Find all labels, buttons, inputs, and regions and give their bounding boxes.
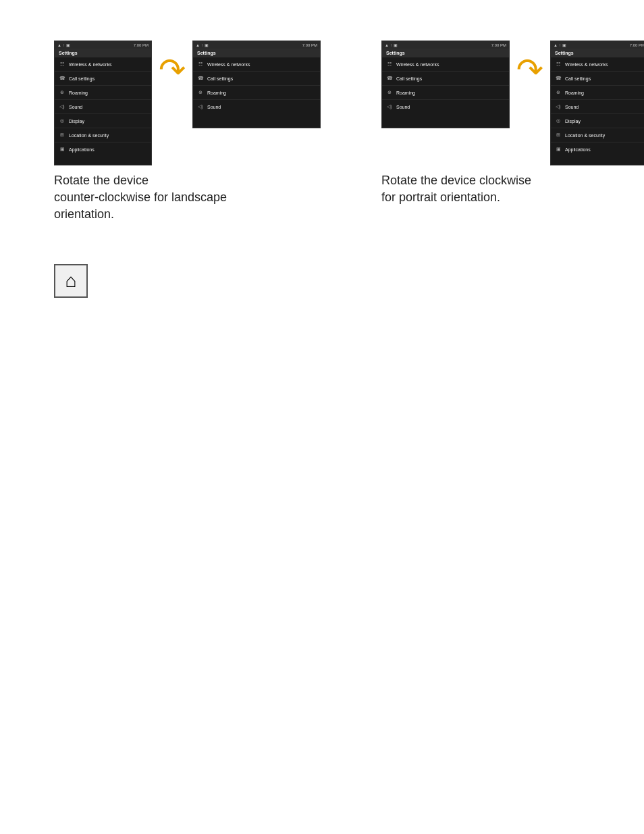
right-portrait-status-icons: ▲ ↑ ▣ <box>554 43 566 47</box>
call-icon-rp: ☎ <box>555 75 562 82</box>
left-landscape-item-roaming: ⊕ Roaming <box>193 86 320 100</box>
sound-icon-left-p: ◁) <box>59 103 65 110</box>
roaming-icon-rp: ⊕ <box>555 89 562 96</box>
right-portrait-title: Settings <box>551 49 644 57</box>
left-landscape-item-sound: ◁) Sound <box>193 100 320 113</box>
wireless-label-ll: Wireless & networks <box>207 62 250 67</box>
right-landscape-item-sound: ◁) Sound <box>382 100 509 113</box>
roaming-icon-rl: ⊕ <box>386 89 393 96</box>
display-label-rp: Display <box>565 119 581 124</box>
left-landscape-item-call: ☎ Call settings <box>193 72 320 86</box>
security-label-rp: Location & security <box>565 133 605 138</box>
home-icon-box: ⌂ <box>54 264 88 298</box>
display-label: Display <box>69 119 84 124</box>
right-landscape-item-call: ☎ Call settings <box>382 72 509 86</box>
apps-label-rp: Applications <box>565 147 591 152</box>
right-portrait-screen: ▲ ↑ ▣ 7:00 PM Settings ☷ Wireless & netw… <box>550 41 644 165</box>
right-portrait-item-call: ☎ Call settings <box>551 72 644 86</box>
sound-icon-ll: ◁) <box>197 103 204 110</box>
roaming-icon-ll: ⊕ <box>197 89 204 96</box>
left-screens-row: ▲ ↑ ▣ 7:00 PM Settings ☷ Wireless & netw… <box>54 41 321 165</box>
right-portrait-time: 7:00 PM <box>630 43 644 47</box>
left-portrait-time: 7:00 PM <box>134 43 149 47</box>
right-screens-row: ▲ ↑ ▣ 7:00 PM Settings ☷ Wireless & netw… <box>381 41 644 165</box>
battery-icon-ll: ▣ <box>205 43 209 47</box>
sound-icon-rl: ◁) <box>386 103 393 110</box>
sound-icon-rp: ◁) <box>555 103 562 110</box>
left-portrait-status-icons: ▲ ↑ ▣ <box>57 43 70 47</box>
right-portrait-item-sound: ◁) Sound <box>551 100 644 114</box>
right-landscape-statusbar: ▲ ↑ ▣ 7:00 PM <box>382 41 509 49</box>
sound-label-rl: Sound <box>396 105 410 109</box>
wireless-icon-rp: ☷ <box>555 61 562 68</box>
right-landscape-screen: ▲ ↑ ▣ 7:00 PM Settings ☷ Wireless & netw… <box>381 41 510 128</box>
call-icon-rl: ☎ <box>386 75 393 82</box>
page-content: ▲ ↑ ▣ 7:00 PM Settings ☷ Wireless & netw… <box>0 0 644 338</box>
left-description-text: Rotate the devicecounter-clockwise for l… <box>54 172 227 224</box>
left-landscape-item-wireless: ☷ Wireless & networks <box>193 57 320 72</box>
roaming-label-rl: Roaming <box>396 90 415 95</box>
call-label-rp: Call settings <box>565 76 591 81</box>
left-portrait-item-call: ☎ Call settings <box>55 72 151 86</box>
wifi-icon-rp: ▲ <box>554 43 558 47</box>
wifi-icon-ll: ▲ <box>196 43 200 47</box>
right-diagram: ▲ ↑ ▣ 7:00 PM Settings ☷ Wireless & netw… <box>381 41 644 206</box>
left-portrait-title: Settings <box>55 49 151 57</box>
battery-icon-rp: ▣ <box>562 43 566 47</box>
security-icon: ⊞ <box>59 132 65 138</box>
right-portrait-item-apps: ▣ Applications <box>551 142 644 156</box>
right-description-block: Rotate the device clockwisefor portrait … <box>381 172 531 206</box>
security-label: Location & security <box>69 133 109 138</box>
left-portrait-item-apps: ▣ Applications <box>55 142 151 156</box>
sound-label-ll: Sound <box>207 105 221 109</box>
left-portrait-item-sound: ◁) Sound <box>55 100 151 114</box>
left-portrait-statusbar: ▲ ↑ ▣ 7:00 PM <box>55 41 151 49</box>
call-label: Call settings <box>69 76 95 81</box>
display-icon-rp: ◎ <box>555 118 562 124</box>
call-icon: ☎ <box>59 75 65 82</box>
left-portrait-screen: ▲ ↑ ▣ 7:00 PM Settings ☷ Wireless & netw… <box>54 41 152 165</box>
left-landscape-time: 7:00 PM <box>302 43 317 47</box>
sound-label-rp: Sound <box>565 105 579 109</box>
call-icon-ll: ☎ <box>197 75 204 82</box>
right-landscape-title: Settings <box>382 49 509 57</box>
battery-icon-rl: ▣ <box>394 43 398 47</box>
wireless-label-rl: Wireless & networks <box>396 62 439 67</box>
apps-label-lp: Applications <box>69 147 95 152</box>
roaming-label-ll: Roaming <box>207 90 226 95</box>
left-landscape-statusbar: ▲ ↑ ▣ 7:00 PM <box>193 41 320 49</box>
signal-status-icon: ↑ <box>63 43 65 47</box>
display-icon: ◎ <box>59 118 65 124</box>
left-landscape-screen: ▲ ↑ ▣ 7:00 PM Settings ☷ Wireless & netw… <box>192 41 321 128</box>
security-icon-rp: ⊞ <box>555 132 562 138</box>
left-landscape-status-icons: ▲ ↑ ▣ <box>196 43 209 47</box>
apps-icon-rp: ▣ <box>555 146 562 153</box>
left-portrait-item-wireless: ☷ Wireless & networks <box>55 57 151 72</box>
left-portrait-item-display: ◎ Display <box>55 114 151 128</box>
signal-icon-rl: ↑ <box>390 43 392 47</box>
right-landscape-status-icons: ▲ ↑ ▣ <box>385 43 398 47</box>
wireless-icon-ll: ☷ <box>197 61 204 68</box>
roaming-label-rp: Roaming <box>565 90 584 95</box>
battery-status-icon: ▣ <box>66 43 70 47</box>
right-description-text: Rotate the device clockwisefor portrait … <box>381 172 531 206</box>
left-diagram: ▲ ↑ ▣ 7:00 PM Settings ☷ Wireless & netw… <box>54 41 321 224</box>
right-landscape-time: 7:00 PM <box>491 43 506 47</box>
right-landscape-item-roaming: ⊕ Roaming <box>382 86 509 100</box>
right-arrow-container: ↶ <box>516 41 543 86</box>
right-portrait-item-security: ⊞ Location & security <box>551 128 644 142</box>
call-label-ll: Call settings <box>207 76 233 81</box>
wifi-icon-rl: ▲ <box>385 43 389 47</box>
signal-icon-rp: ↑ <box>559 43 561 47</box>
wireless-icon: ☷ <box>59 61 65 68</box>
right-portrait-item-roaming: ⊕ Roaming <box>551 86 644 100</box>
diagrams-row: ▲ ↑ ▣ 7:00 PM Settings ☷ Wireless & netw… <box>54 41 590 224</box>
left-description-block: Rotate the devicecounter-clockwise for l… <box>54 172 227 224</box>
apps-icon-lp: ▣ <box>59 146 65 153</box>
left-arrow-container: ↷ <box>159 41 186 86</box>
home-icon: ⌂ <box>65 270 77 292</box>
left-portrait-item-roaming: ⊕ Roaming <box>55 86 151 100</box>
wireless-label-rp: Wireless & networks <box>565 62 608 67</box>
signal-icon-ll: ↑ <box>201 43 203 47</box>
wireless-label: Wireless & networks <box>69 62 111 67</box>
